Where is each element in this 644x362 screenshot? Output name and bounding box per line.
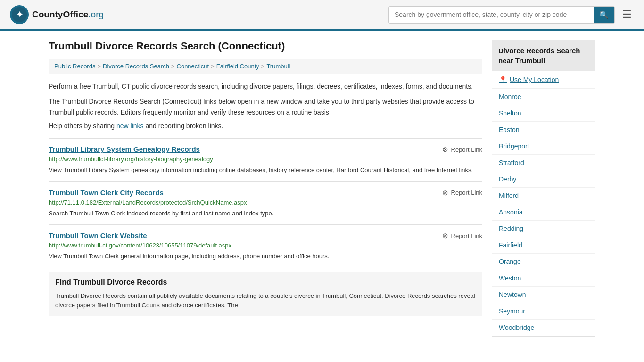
logo-text: CountyOffice.org <box>32 9 104 20</box>
record-entry-3: Trumbull Town Clerk Website ⊗ Report Lin… <box>49 224 482 268</box>
record-header-3: Trumbull Town Clerk Website ⊗ Report Lin… <box>49 231 482 240</box>
sidebar-link-newtown[interactable]: Newtown <box>492 287 595 303</box>
page-title: Trumbull Divorce Records Search (Connect… <box>49 40 482 52</box>
sidebar-link-weston[interactable]: Weston <box>492 270 595 287</box>
record-entry-2: Trumbull Town Clerk City Records ⊗ Repor… <box>49 181 482 225</box>
search-bar: 🔍 <box>388 6 615 24</box>
find-text: Trumbull Divorce Records contain all pub… <box>55 291 476 311</box>
sidebar-link-fairfield[interactable]: Fairfield <box>492 237 595 254</box>
report-link-3[interactable]: ⊗ Report Link <box>442 231 482 240</box>
main-container: Trumbull Divorce Records Search (Connect… <box>39 31 605 337</box>
record-header-2: Trumbull Town Clerk City Records ⊗ Repor… <box>49 189 482 197</box>
help-text: Help others by sharing new links and rep… <box>49 122 482 130</box>
breadcrumb-sep-1: > <box>97 63 101 70</box>
breadcrumb-public-records[interactable]: Public Records <box>54 63 95 70</box>
intro-paragraph-2: The Trumbull Divorce Records Search (Con… <box>49 96 482 117</box>
sidebar: Divorce Records Search near Trumbull 📍 U… <box>492 40 595 337</box>
search-button[interactable]: 🔍 <box>594 7 614 23</box>
record-url-3[interactable]: http://www.trumbull-ct.gov/content/10623… <box>49 242 482 249</box>
report-icon-3: ⊗ <box>442 231 448 240</box>
sidebar-link-easton[interactable]: Easton <box>492 122 595 138</box>
report-link-1[interactable]: ⊗ Report Link <box>442 145 482 154</box>
sidebar-link-stratford[interactable]: Stratford <box>492 155 595 171</box>
breadcrumb-sep-2: > <box>171 63 175 70</box>
record-desc-3: View Trumbull Town Clerk general informa… <box>49 252 482 261</box>
logo-area[interactable]: ✦ CountyOffice.org <box>9 5 104 25</box>
breadcrumb-fairfield[interactable]: Fairfield County <box>216 63 259 70</box>
hamburger-menu-icon[interactable]: ☰ <box>619 6 635 24</box>
report-link-2[interactable]: ⊗ Report Link <box>442 189 482 197</box>
record-title-1[interactable]: Trumbull Library System Genealogy Record… <box>49 145 200 153</box>
record-url-1[interactable]: http://www.trumbullct-library.org/histor… <box>49 156 482 163</box>
breadcrumb: Public Records > Divorce Records Search … <box>49 59 482 74</box>
sidebar-title: Divorce Records Search near Trumbull <box>492 40 595 71</box>
search-input[interactable] <box>389 7 594 22</box>
sidebar-link-monroe[interactable]: Monroe <box>492 89 595 105</box>
record-desc-2: Search Trumbull Town Clerk indexed recor… <box>49 209 482 218</box>
breadcrumb-sep-4: > <box>261 63 265 70</box>
record-title-2[interactable]: Trumbull Town Clerk City Records <box>49 189 164 197</box>
record-header-1: Trumbull Library System Genealogy Record… <box>49 145 482 154</box>
sidebar-link-woodbridge[interactable]: Woodbridge <box>492 320 595 336</box>
site-header: ✦ CountyOffice.org 🔍 ☰ <box>0 0 644 31</box>
location-icon: 📍 <box>499 76 507 83</box>
breadcrumb-connecticut[interactable]: Connecticut <box>177 63 209 70</box>
sidebar-link-derby[interactable]: Derby <box>492 171 595 188</box>
header-right: 🔍 ☰ <box>388 6 635 24</box>
sidebar-link-milford[interactable]: Milford <box>492 188 595 204</box>
sidebar-links: 📍 Use My Location Monroe Shelton Easton … <box>492 71 595 337</box>
breadcrumb-sep-3: > <box>211 63 215 70</box>
breadcrumb-divorce-records[interactable]: Divorce Records Search <box>103 63 169 70</box>
find-section: Find Trumbull Divorce Records Trumbull D… <box>49 272 482 317</box>
sidebar-link-shelton[interactable]: Shelton <box>492 105 595 122</box>
find-title: Find Trumbull Divorce Records <box>55 278 476 287</box>
intro-paragraph-1: Perform a free Trumbull, CT public divor… <box>49 81 482 91</box>
record-title-3[interactable]: Trumbull Town Clerk Website <box>49 231 147 239</box>
breadcrumb-trumbull[interactable]: Trumbull <box>266 63 290 70</box>
sidebar-link-orange[interactable]: Orange <box>492 254 595 270</box>
sidebar-link-bridgeport[interactable]: Bridgeport <box>492 138 595 155</box>
svg-text:✦: ✦ <box>16 10 23 19</box>
sidebar-link-ansonia[interactable]: Ansonia <box>492 204 595 221</box>
sidebar-link-seymour[interactable]: Seymour <box>492 303 595 320</box>
sidebar-link-redding[interactable]: Redding <box>492 221 595 237</box>
record-url-2[interactable]: http://71.11.0.182/External/LandRecords/… <box>49 199 482 206</box>
record-desc-1: View Trumbull Library System genealogy i… <box>49 165 482 175</box>
use-my-location[interactable]: 📍 Use My Location <box>492 71 595 89</box>
content-area: Trumbull Divorce Records Search (Connect… <box>49 40 482 337</box>
report-icon-1: ⊗ <box>442 145 448 154</box>
new-links-link[interactable]: new links <box>116 122 144 130</box>
record-entry-1: Trumbull Library System Genealogy Record… <box>49 138 482 181</box>
logo-icon: ✦ <box>9 5 29 25</box>
report-icon-2: ⊗ <box>442 189 448 197</box>
